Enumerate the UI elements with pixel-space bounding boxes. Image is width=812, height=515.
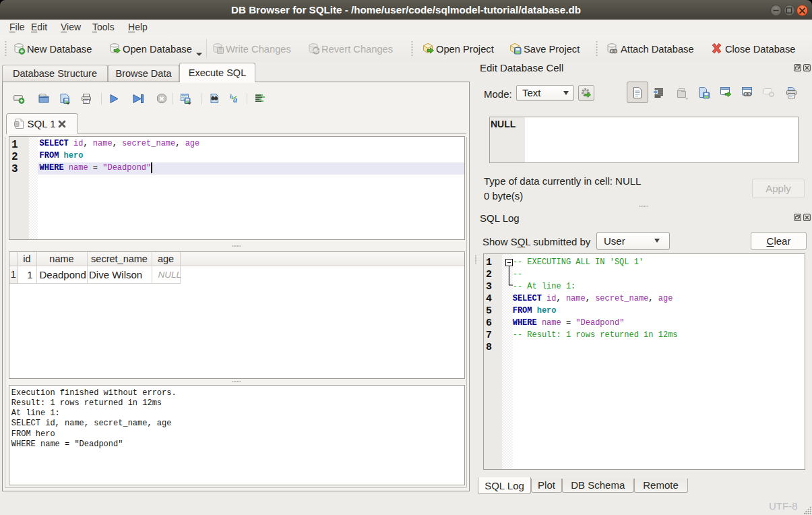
svg-text:a: a <box>233 95 237 104</box>
